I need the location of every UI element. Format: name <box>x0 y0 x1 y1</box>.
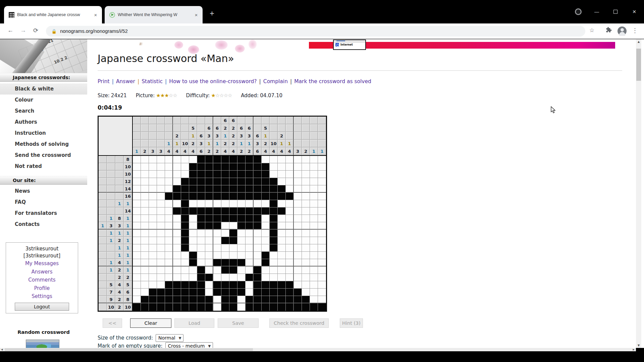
column-clue-cell[interactable] <box>181 132 189 140</box>
grid-cell[interactable] <box>189 215 197 222</box>
horizontal-scrollbar[interactable]: ◀ ▶ <box>0 348 636 351</box>
column-clue-cell[interactable] <box>189 117 197 124</box>
grid-cell[interactable] <box>286 230 294 237</box>
row-clue-cell[interactable]: 7 <box>107 289 115 296</box>
row-clue-cell[interactable]: 1 <box>107 259 115 266</box>
grid-cell[interactable] <box>149 259 157 266</box>
column-clue-cell[interactable]: 3 <box>294 147 302 155</box>
column-clue-cell[interactable]: 10 <box>270 140 278 147</box>
grid-cell[interactable] <box>133 259 141 266</box>
grid-cell[interactable] <box>157 244 165 252</box>
row-clue-cell[interactable]: 10 <box>124 171 132 178</box>
grid-cell[interactable] <box>262 259 270 266</box>
column-clue-cell[interactable]: 1 <box>237 140 246 147</box>
grid-cell[interactable] <box>189 163 197 171</box>
row-clue-cell[interactable] <box>115 171 124 178</box>
tab-close-icon[interactable]: × <box>93 12 99 18</box>
grid-cell[interactable] <box>221 230 229 237</box>
grid-cell[interactable] <box>229 289 237 296</box>
row-clue-cell[interactable]: 10 <box>124 163 132 171</box>
picture-rating-stars[interactable]: ★★★☆☆ <box>156 92 177 98</box>
grid-cell[interactable] <box>270 289 278 296</box>
grid-cell[interactable] <box>189 303 197 311</box>
column-clue-cell[interactable] <box>318 117 326 124</box>
grid-cell[interactable] <box>157 222 165 230</box>
grid-cell[interactable] <box>141 281 149 289</box>
grid-cell[interactable] <box>149 185 157 193</box>
column-clue-cell[interactable] <box>173 124 181 132</box>
sidebar-item-for-translators[interactable]: For translators <box>0 208 87 219</box>
grid-cell[interactable] <box>157 266 165 274</box>
grid-cell[interactable] <box>197 163 205 171</box>
grid-cell[interactable] <box>213 289 221 296</box>
grid-cell[interactable] <box>229 274 237 281</box>
column-clue-cell[interactable]: 3 <box>197 140 205 147</box>
column-clue-cell[interactable] <box>165 132 173 140</box>
grid-cell[interactable] <box>254 193 262 200</box>
grid-cell[interactable] <box>205 281 213 289</box>
row-clue-cell[interactable]: 10 <box>124 303 132 311</box>
column-clue-cell[interactable]: 2 <box>229 124 237 132</box>
column-clue-cell[interactable] <box>173 117 181 124</box>
column-clue-cell[interactable]: 1 <box>133 147 141 155</box>
grid-cell[interactable] <box>205 266 213 274</box>
grid-cell[interactable] <box>181 207 189 215</box>
grid-cell[interactable] <box>294 178 302 185</box>
grid-cell[interactable] <box>213 193 221 200</box>
grid-cell[interactable] <box>165 185 173 193</box>
grid-cell[interactable] <box>213 303 221 311</box>
column-clue-cell[interactable]: 2 <box>229 140 237 147</box>
grid-cell[interactable] <box>278 252 286 259</box>
grid-cell[interactable] <box>157 178 165 185</box>
row-clue-cell[interactable]: 2 <box>115 303 124 311</box>
grid-cell[interactable] <box>189 237 197 244</box>
grid-cell[interactable] <box>237 193 246 200</box>
grid-cell[interactable] <box>213 200 221 207</box>
grid-cell[interactable] <box>173 289 181 296</box>
grid-cell[interactable] <box>173 252 181 259</box>
grid-cell[interactable] <box>262 156 270 163</box>
grid-cell[interactable] <box>237 303 246 311</box>
grid-cell[interactable] <box>237 266 246 274</box>
grid-cell[interactable] <box>149 163 157 171</box>
column-clue-cell[interactable]: 4 <box>229 147 237 155</box>
column-clue-cell[interactable] <box>133 132 141 140</box>
grid-cell[interactable] <box>254 244 262 252</box>
user-link-my-messages[interactable]: My Messages <box>6 259 78 268</box>
grid-cell[interactable] <box>246 244 254 252</box>
grid-cell[interactable] <box>262 289 270 296</box>
grid-cell[interactable] <box>189 259 197 266</box>
column-clue-cell[interactable] <box>310 140 318 147</box>
column-clue-cell[interactable] <box>278 117 286 124</box>
grid-cell[interactable] <box>213 185 221 193</box>
grid-cell[interactable] <box>229 303 237 311</box>
grid-cell[interactable] <box>189 222 197 230</box>
column-clue-cell[interactable]: 1 <box>278 140 286 147</box>
grid-cell[interactable] <box>270 156 278 163</box>
grid-cell[interactable] <box>246 237 254 244</box>
grid-cell[interactable] <box>165 259 173 266</box>
row-clue-cell[interactable] <box>99 178 107 185</box>
grid-cell[interactable] <box>286 163 294 171</box>
grid-cell[interactable] <box>205 244 213 252</box>
row-clue-cell[interactable]: 1 <box>124 200 132 207</box>
page-link-print[interactable]: Print <box>98 78 110 84</box>
row-clue-cell[interactable]: 8 <box>115 215 124 222</box>
grid-cell[interactable] <box>246 178 254 185</box>
column-clue-cell[interactable]: 4 <box>173 147 181 155</box>
grid-cell[interactable] <box>262 296 270 303</box>
row-clue-cell[interactable] <box>107 185 115 193</box>
row-clue-cell[interactable] <box>115 185 124 193</box>
column-clue-cell[interactable] <box>278 124 286 132</box>
grid-cell[interactable] <box>197 303 205 311</box>
grid-cell[interactable] <box>165 237 173 244</box>
column-clue-cell[interactable] <box>133 124 141 132</box>
row-clue-cell[interactable]: 1 <box>107 266 115 274</box>
grid-cell[interactable] <box>157 274 165 281</box>
grid-cell[interactable] <box>197 215 205 222</box>
grid-cell[interactable] <box>157 259 165 266</box>
grid-cell[interactable] <box>302 230 310 237</box>
scroll-left-arrow[interactable]: ◀ <box>1 348 3 351</box>
grid-cell[interactable] <box>149 281 157 289</box>
row-clue-cell[interactable] <box>99 252 107 259</box>
